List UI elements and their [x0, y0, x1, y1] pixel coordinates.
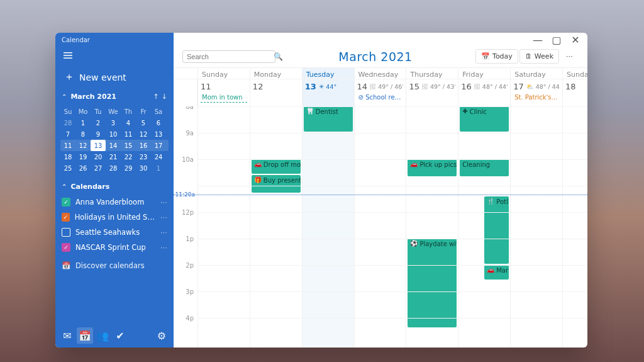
mini-day[interactable]: 5 [136, 117, 151, 128]
mini-day[interactable]: 30 [136, 162, 151, 174]
mini-day[interactable]: 24 [151, 151, 166, 162]
mini-day[interactable]: 25 [60, 162, 75, 174]
allday-cell[interactable]: 13☀ 44° [302, 79, 354, 106]
allday-cell[interactable]: 12 [250, 79, 302, 106]
mini-day[interactable]: 15 [121, 140, 136, 151]
mini-day[interactable]: 1 [151, 162, 166, 174]
grid-day-column[interactable]: 🚗Drop off mo🎁Buy present [250, 106, 302, 348]
calendar-event[interactable]: ⚽Playdate with Brandon [408, 239, 457, 327]
mini-day[interactable]: 13 [151, 128, 166, 140]
mini-day[interactable]: 27 [91, 162, 106, 174]
mail-button[interactable]: ✉ [59, 327, 75, 344]
search-box[interactable]: 🔍 [182, 50, 275, 63]
mini-day[interactable]: 12 [75, 140, 91, 151]
grid-day-column[interactable] [197, 106, 250, 348]
grid-day-column[interactable] [354, 106, 406, 348]
more-button[interactable]: ⋯ [560, 49, 579, 64]
mini-day[interactable]: 26 [75, 162, 91, 174]
mini-day[interactable]: 16 [136, 140, 151, 151]
mini-day[interactable]: 6 [151, 117, 166, 128]
settings-button[interactable]: ⚙ [153, 327, 170, 344]
allday-cell[interactable]: 16⛆ 48° / 44° [458, 79, 510, 106]
allday-cell[interactable]: 11Mom in town [197, 79, 250, 106]
time-grid[interactable]: 8a9a10a12p1p2p3p4p11:20a 🚗Drop off mo🎁Bu… [174, 106, 587, 348]
mini-day[interactable]: 28 [60, 117, 75, 128]
calendar-item[interactable]: Seattle Seahawks⋯ [55, 225, 174, 240]
minimize-button[interactable]: — [528, 33, 547, 47]
allday-event[interactable]: St. Patrick's Day [513, 93, 560, 102]
calendar-event[interactable]: 🎁Buy present [252, 175, 301, 192]
search-input[interactable] [187, 53, 274, 60]
allday-cell[interactable]: 18 [562, 79, 587, 106]
discover-calendars-button[interactable]: 📅 Discover calendars [55, 255, 174, 270]
mini-day[interactable]: 29 [121, 162, 136, 174]
mini-day[interactable]: 19 [75, 151, 91, 162]
allday-event[interactable]: Mom in town [201, 93, 247, 103]
grid-day-column[interactable] [510, 106, 562, 348]
calendar-more-icon[interactable]: ⋯ [160, 244, 167, 252]
calendar-event[interactable]: 🦷Dentist [304, 106, 353, 132]
event-icon: ⚽ [410, 240, 418, 247]
mini-day[interactable]: 17 [151, 140, 166, 151]
calendar-event[interactable]: ✚Clinic [460, 106, 509, 132]
close-button[interactable]: ✕ [566, 33, 585, 47]
mini-next-button[interactable]: ↓ [162, 93, 167, 101]
mini-day[interactable]: 11 [121, 128, 136, 140]
allday-cell[interactable]: 17⛅ 48° / 44°St. Patrick's Day [510, 79, 562, 106]
new-event-button[interactable]: ＋ New event [55, 64, 174, 90]
todo-button[interactable]: ✔ [112, 327, 128, 344]
mini-calendar[interactable]: SuMoTuWeThFrSa28123456789101112131112131… [55, 103, 174, 179]
today-icon: 📅 [481, 52, 490, 60]
mini-day[interactable]: 23 [136, 151, 151, 162]
calendar-checkbox[interactable]: ✓ [62, 213, 70, 222]
calendar-event[interactable]: 🍴Potl [484, 196, 509, 264]
calendar-event[interactable]: 🚗Mar [484, 265, 509, 280]
calendar-item[interactable]: ✓NASCAR Sprint Cup⋯ [55, 240, 174, 255]
calendar-button[interactable]: 📅 [77, 327, 93, 344]
calendar-more-icon[interactable]: ⋯ [160, 213, 167, 222]
calendar-event[interactable]: Cleaning [460, 159, 509, 176]
calendar-checkbox[interactable] [62, 228, 70, 237]
mini-day[interactable]: 21 [106, 151, 121, 162]
grid-day-column[interactable] [562, 106, 587, 348]
mini-day[interactable]: 9 [91, 128, 106, 140]
maximize-button[interactable]: ▢ [547, 33, 566, 47]
mini-day[interactable]: 1 [75, 117, 91, 128]
calendar-event[interactable]: 🚗Drop off mo [252, 159, 301, 174]
mini-day[interactable]: 13 [91, 140, 106, 151]
mini-day[interactable]: 7 [60, 128, 75, 140]
today-button[interactable]: 📅 Today [475, 49, 518, 64]
calendar-item[interactable]: ✓Holidays in United States⋯ [55, 210, 174, 225]
mini-day[interactable]: 3 [106, 117, 121, 128]
calendar-event[interactable]: 🚗Pick up pics [408, 159, 457, 176]
mini-day[interactable]: 20 [91, 151, 106, 162]
people-button[interactable]: 👥 [94, 327, 111, 344]
grid-day-column[interactable]: 🚗Pick up pics⚽Playdate with Brandon [406, 106, 458, 348]
mini-day[interactable]: 10 [106, 128, 121, 140]
calendar-more-icon[interactable]: ⋯ [160, 198, 167, 206]
hamburger-button[interactable] [55, 47, 174, 64]
allday-cell[interactable]: 14⛆ 49° / 46°⊘ School registrati [354, 79, 406, 106]
mini-day[interactable]: 2 [91, 117, 106, 128]
mini-day[interactable]: 11 [60, 140, 75, 151]
mini-day[interactable]: 28 [106, 162, 121, 174]
mini-day[interactable]: 22 [121, 151, 136, 162]
grid-day-column[interactable]: ✚ClinicCleaning🍴Potl🚗Mar [458, 106, 510, 348]
grid-day-column[interactable]: 🦷Dentist [302, 106, 354, 348]
mini-day[interactable]: 8 [75, 128, 91, 140]
chevron-up-icon[interactable]: ⌃ [62, 93, 67, 100]
calendar-checkbox[interactable]: ✓ [62, 198, 70, 206]
allday-cell[interactable]: 15⛆ 49° / 43° [406, 79, 458, 106]
calendar-item[interactable]: ✓Anna Vanderbloom⋯ [55, 195, 174, 210]
mini-day[interactable]: 12 [136, 128, 151, 140]
allday-event[interactable]: ⊘ School registrati [357, 93, 404, 102]
view-week-button[interactable]: 🗓 Week [519, 49, 559, 64]
date-number: 13 [305, 82, 316, 91]
mini-day[interactable]: 18 [60, 151, 75, 162]
mini-prev-button[interactable]: ↑ [153, 93, 159, 101]
calendar-checkbox[interactable]: ✓ [62, 243, 70, 252]
chevron-up-icon[interactable]: ⌃ [62, 183, 67, 190]
mini-day[interactable]: 4 [121, 117, 136, 128]
calendar-more-icon[interactable]: ⋯ [160, 229, 167, 237]
mini-day[interactable]: 14 [106, 140, 121, 151]
